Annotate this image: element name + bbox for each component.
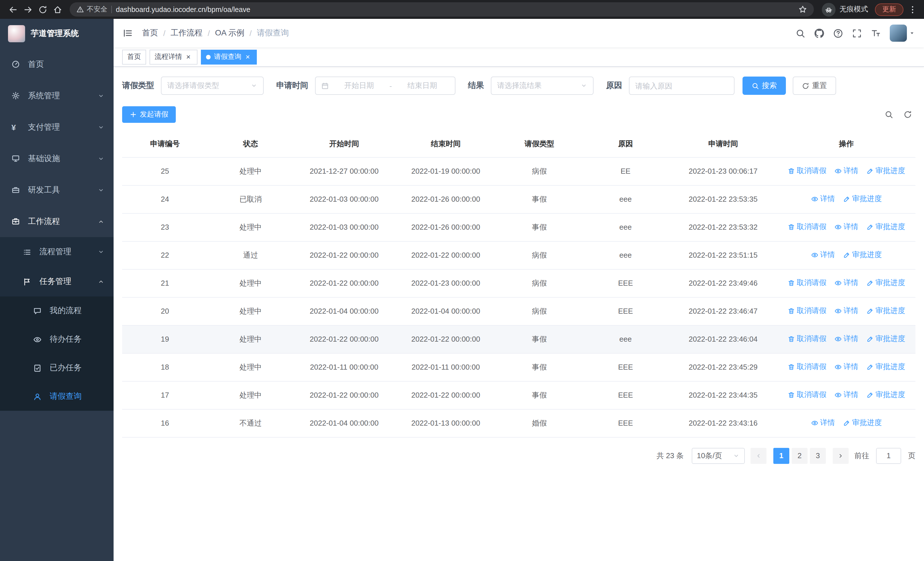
fullscreen-icon[interactable] xyxy=(852,28,862,38)
detail-link[interactable]: 详情 xyxy=(834,166,858,176)
progress-link[interactable]: 审批进度 xyxy=(866,334,905,344)
table-row[interactable]: 24已取消2022-01-03 00:00:002022-01-26 00:00… xyxy=(122,185,915,213)
user-menu[interactable] xyxy=(890,24,915,42)
goto-page-input[interactable] xyxy=(876,448,901,463)
table-row[interactable]: 25处理中2021-12-27 00:00:002022-01-19 00:00… xyxy=(122,157,915,185)
next-page-button[interactable] xyxy=(832,448,849,463)
url-text[interactable]: dashboard.yudao.iocoder.cn/bpm/oa/leave xyxy=(116,5,795,14)
cancel-link[interactable]: 取消请假 xyxy=(788,362,826,372)
table-row[interactable]: 16不通过2022-01-04 00:00:002022-01-13 00:00… xyxy=(122,409,915,437)
detail-link[interactable]: 详情 xyxy=(811,418,835,428)
table-row[interactable]: 19处理中2022-01-22 00:00:002022-01-22 00:00… xyxy=(122,325,915,353)
close-icon[interactable]: × xyxy=(184,53,192,61)
detail-link[interactable]: 详情 xyxy=(834,362,858,372)
search-icon[interactable] xyxy=(796,28,805,38)
help-icon[interactable] xyxy=(833,28,843,38)
sidebar-item-2[interactable]: ¥支付管理 xyxy=(0,111,114,143)
breadcrumb-item-2[interactable]: OA 示例 xyxy=(215,28,244,38)
browser-menu-icon[interactable] xyxy=(907,5,918,14)
progress-link[interactable]: 审批进度 xyxy=(843,250,882,260)
sidebar-item-1[interactable]: 系统管理 xyxy=(0,80,114,111)
font-size-icon[interactable] xyxy=(871,28,880,38)
table-row[interactable]: 22通过2022-01-22 00:00:002022-01-22 00:00:… xyxy=(122,241,915,269)
detail-link[interactable]: 详情 xyxy=(811,194,835,204)
refresh-table-icon[interactable] xyxy=(903,110,912,119)
prev-page-button[interactable] xyxy=(750,448,766,463)
tab-2[interactable]: 请假查询× xyxy=(201,50,257,64)
cell-reason: eee xyxy=(582,213,669,241)
detail-link[interactable]: 详情 xyxy=(834,390,858,400)
tab-0[interactable]: 首页 xyxy=(122,50,146,64)
sidebar-item-0[interactable]: 首页 xyxy=(0,48,114,80)
sidebar-item-11[interactable]: 请假查询 xyxy=(0,382,114,411)
table-row[interactable]: 17处理中2022-01-22 00:00:002022-01-22 00:00… xyxy=(122,381,915,409)
detail-link[interactable]: 详情 xyxy=(834,306,858,316)
cell-id: 18 xyxy=(122,353,208,381)
detail-link[interactable]: 详情 xyxy=(834,334,858,344)
reason-input[interactable] xyxy=(635,81,728,90)
progress-link[interactable]: 审批进度 xyxy=(843,194,882,204)
page-3-button[interactable]: 3 xyxy=(810,448,826,463)
search-button[interactable]: 搜索 xyxy=(742,77,786,95)
cell-apply-time: 2022-01-22 23:53:32 xyxy=(669,213,777,241)
table-row[interactable]: 18处理中2022-01-11 00:00:002022-01-11 00:00… xyxy=(122,353,915,381)
sidebar-item-6[interactable]: 流程管理 xyxy=(0,237,114,267)
sidebar-item-5[interactable]: 工作流程 xyxy=(0,206,114,237)
reset-button[interactable]: 重置 xyxy=(793,77,836,95)
sidebar-item-9[interactable]: 待办任务 xyxy=(0,325,114,353)
page-size-select[interactable]: 10条/页 xyxy=(692,448,745,463)
cell-reason: eee xyxy=(582,325,669,353)
user-icon xyxy=(33,392,44,401)
detail-link[interactable]: 详情 xyxy=(811,250,835,260)
leave-type-select[interactable]: 请选择请假类型 xyxy=(161,77,264,95)
sidebar-item-10[interactable]: 已办任务 xyxy=(0,353,114,382)
cell-leave-type: 病假 xyxy=(496,297,582,325)
reload-icon[interactable] xyxy=(35,2,50,17)
search-toggle-icon[interactable] xyxy=(885,110,893,119)
sidebar-item-label: 请假查询 xyxy=(50,391,82,402)
progress-link[interactable]: 审批进度 xyxy=(866,362,905,372)
back-icon[interactable] xyxy=(6,2,21,17)
cancel-link[interactable]: 取消请假 xyxy=(788,278,826,288)
hamburger-icon[interactable] xyxy=(123,28,133,38)
sidebar-item-4[interactable]: 研发工具 xyxy=(0,174,114,206)
progress-link[interactable]: 审批进度 xyxy=(866,166,905,176)
security-status[interactable]: 不安全 xyxy=(76,5,107,14)
detail-link[interactable]: 详情 xyxy=(834,222,858,232)
create-leave-button[interactable]: 发起请假 xyxy=(122,106,176,123)
browser-update-button[interactable]: 更新 xyxy=(875,3,903,16)
cancel-link[interactable]: 取消请假 xyxy=(788,166,826,176)
page-1-button[interactable]: 1 xyxy=(773,448,789,463)
address-bar[interactable]: 不安全 dashboard.yudao.iocoder.cn/bpm/oa/le… xyxy=(70,2,814,17)
cancel-link[interactable]: 取消请假 xyxy=(788,222,826,232)
home-icon[interactable] xyxy=(50,2,65,17)
sidebar-item-7[interactable]: 任务管理 xyxy=(0,267,114,296)
cancel-link[interactable]: 取消请假 xyxy=(788,334,826,344)
sidebar-item-3[interactable]: 基础设施 xyxy=(0,143,114,174)
cancel-link[interactable]: 取消请假 xyxy=(788,306,826,316)
app-logo[interactable]: 芋道管理系统 xyxy=(0,19,114,48)
progress-link[interactable]: 审批进度 xyxy=(866,306,905,316)
bookmark-star-icon[interactable] xyxy=(798,5,807,14)
table-row[interactable]: 21处理中2022-01-22 00:00:002022-01-23 00:00… xyxy=(122,269,915,297)
cell-apply-time: 2022-01-22 23:43:16 xyxy=(669,409,777,437)
tab-1[interactable]: 流程详情× xyxy=(150,50,198,64)
github-icon[interactable] xyxy=(814,28,824,38)
detail-link[interactable]: 详情 xyxy=(834,278,858,288)
apply-time-range-picker[interactable]: 开始日期 - 结束日期 xyxy=(315,77,455,95)
page-2-button[interactable]: 2 xyxy=(792,448,808,463)
table-row[interactable]: 23处理中2022-01-03 00:00:002022-01-26 00:00… xyxy=(122,213,915,241)
progress-link[interactable]: 审批进度 xyxy=(866,278,905,288)
progress-link[interactable]: 审批进度 xyxy=(866,390,905,400)
monitor-icon xyxy=(11,154,22,163)
result-select[interactable]: 请选择流结果 xyxy=(491,77,594,95)
table-row[interactable]: 20处理中2022-01-04 00:00:002022-01-04 00:00… xyxy=(122,297,915,325)
forward-icon[interactable] xyxy=(21,2,35,17)
close-icon[interactable]: × xyxy=(244,53,252,61)
progress-link[interactable]: 审批进度 xyxy=(866,222,905,232)
progress-link[interactable]: 审批进度 xyxy=(843,418,882,428)
cancel-link[interactable]: 取消请假 xyxy=(788,390,826,400)
breadcrumb-item-1[interactable]: 工作流程 xyxy=(171,28,202,38)
breadcrumb-item-0[interactable]: 首页 xyxy=(142,28,158,38)
sidebar-item-8[interactable]: 我的流程 xyxy=(0,296,114,325)
